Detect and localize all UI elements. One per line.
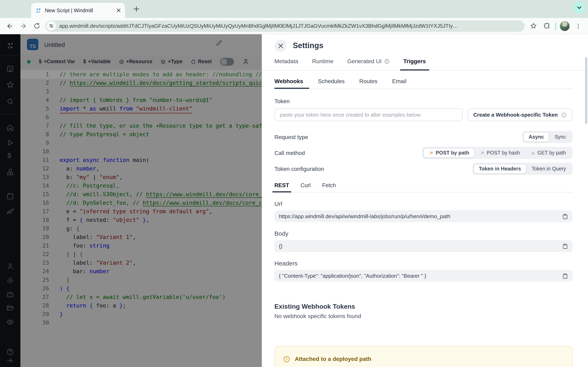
arrow-up-right-icon (429, 151, 433, 155)
settings-drawer: Settings Metadata Runtime Generated UI T… (262, 34, 588, 367)
copy-icon[interactable] (562, 273, 568, 279)
tab-curl[interactable]: Curl (301, 182, 311, 192)
tab-triggers[interactable]: Triggers (403, 57, 426, 70)
copy-icon[interactable] (562, 243, 568, 249)
call-method-get-by-path[interactable]: GET by path (525, 148, 571, 158)
drawer-title: Settings (293, 41, 323, 50)
toolbar-divider (555, 22, 556, 30)
screen: New Script | Windmill (0, 0, 588, 367)
triggers-panel: Webhooks Schedules Routes Email Token Cr… (262, 71, 588, 363)
tab-fetch[interactable]: Fetch (322, 182, 336, 192)
token-input[interactable] (274, 108, 463, 121)
call-method-post-by-path[interactable]: POST by path (424, 148, 475, 158)
new-tab-button[interactable] (131, 4, 141, 14)
reload-icon[interactable] (32, 21, 42, 31)
address-bar[interactable]: app.windmill.dev/scripts/add#JTdCJTIyaGF… (45, 20, 525, 32)
tab-email[interactable]: Email (392, 78, 406, 89)
browser-chrome: New Script | Windmill (0, 0, 588, 34)
alert-icon (283, 356, 290, 367)
tab-webhooks[interactable]: Webhooks (274, 78, 303, 89)
token-configuration-toggle: Token in Headers Token in Query (472, 163, 572, 175)
existing-tokens-empty: No webhook specific tokens found (274, 313, 572, 319)
request-type-toggle: Async Sync (522, 131, 572, 143)
token-in-headers[interactable]: Token in Headers (474, 164, 526, 174)
settings-tabs: Metadata Runtime Generated UI Triggers (262, 57, 588, 71)
tab-close-icon[interactable] (116, 8, 121, 13)
tab-runtime[interactable]: Runtime (312, 57, 333, 70)
url-label: Url (274, 200, 572, 207)
tab-search-chevron-button[interactable] (574, 2, 585, 13)
browser-tab[interactable]: New Script | Windmill (31, 3, 125, 18)
tab-metadata[interactable]: Metadata (274, 57, 298, 70)
tab-strip: New Script | Windmill (0, 0, 588, 18)
tab-schedules[interactable]: Schedules (318, 78, 345, 89)
body-label: Body (274, 230, 572, 237)
token-configuration-label: Token configuration (274, 166, 324, 172)
bookmark-star-icon[interactable] (528, 21, 538, 31)
call-method-post-by-hash[interactable]: POST by hash (475, 148, 525, 158)
token-label: Token (274, 98, 572, 104)
browser-menu-icon[interactable] (573, 21, 583, 31)
drawer-header: Settings (262, 34, 588, 57)
copy-icon[interactable] (562, 213, 568, 219)
drawer-scrollbar[interactable] (585, 57, 587, 124)
body-field[interactable]: {} (274, 240, 572, 252)
trigger-type-tabs: Webhooks Schedules Routes Email (274, 78, 572, 89)
extensions-icon[interactable] (542, 21, 552, 31)
request-type-sync[interactable]: Sync (549, 132, 571, 142)
request-type-label: Request type (274, 134, 308, 140)
close-icon[interactable] (274, 40, 287, 52)
url-toolbar: app.windmill.dev/scripts/add#JTdCJTIyaGF… (0, 18, 588, 34)
site-settings-icon[interactable] (47, 21, 56, 31)
info-icon (384, 58, 389, 64)
arrow-up-right-icon (480, 151, 484, 155)
tab-routes[interactable]: Routes (359, 78, 378, 89)
tab-generated-ui[interactable]: Generated UI (347, 57, 389, 70)
headers-label: Headers (274, 260, 572, 267)
create-webhook-token-button[interactable]: Create a Webhook-specific Token (467, 108, 572, 121)
profile-avatar[interactable] (560, 21, 570, 31)
warning-title: Attached to a deployed path (295, 356, 546, 362)
headers-field[interactable]: { "Content-Type": "application/json", "A… (274, 270, 572, 282)
tab-title: New Script | Windmill (45, 8, 113, 13)
token-in-query[interactable]: Token in Query (526, 164, 571, 174)
call-method-label: Call method (274, 150, 305, 156)
info-icon (561, 112, 567, 118)
existing-tokens-title: Existing Webhook Tokens (274, 303, 572, 310)
drawer-backdrop[interactable] (0, 34, 262, 367)
current-line-highlight (20, 70, 262, 79)
tab-rest[interactable]: REST (274, 182, 289, 192)
url-field[interactable]: https://app.windmill.dev/api/w/windmill-… (274, 210, 572, 222)
deployed-path-warning: Attached to a deployed path The webhooks… (274, 346, 572, 367)
call-method-toggle: POST by path POST by hash GET by path (422, 147, 572, 159)
back-icon[interactable] (5, 21, 15, 31)
forward-icon[interactable] (18, 21, 28, 31)
arrow-down-right-icon (530, 151, 535, 155)
url-text[interactable]: app.windmill.dev/scripts/add#JTdCJTIyaGF… (59, 23, 523, 29)
windmill-favicon (35, 7, 42, 14)
request-type-async[interactable]: Async (523, 132, 549, 142)
example-tabs: REST Curl Fetch (274, 182, 572, 192)
